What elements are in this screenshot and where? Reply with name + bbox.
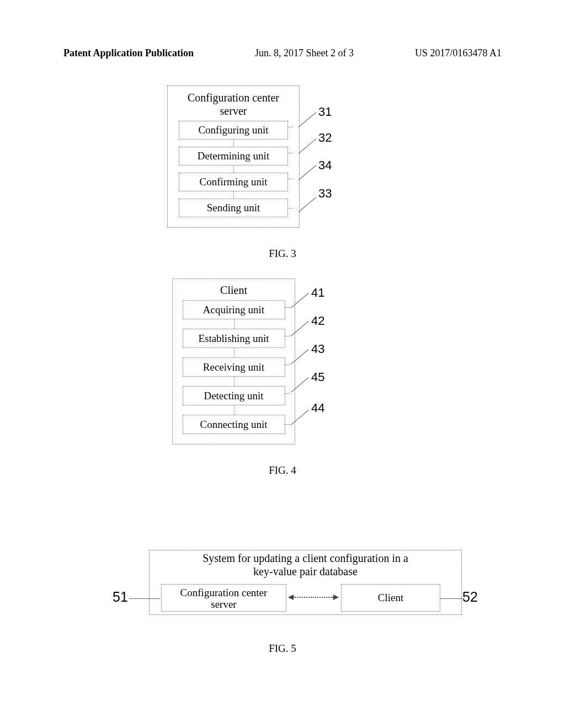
- publication-date-sheet: Jun. 8, 2017 Sheet 2 of 3: [255, 47, 354, 59]
- fig4-acquiring-unit-label: Acquiring unit: [203, 304, 264, 315]
- fig3-confirming-unit-label: Confirming unit: [200, 176, 268, 188]
- fig4-connecting-unit-label: Connecting unit: [200, 419, 268, 430]
- fig5-callout-51: 51: [113, 589, 128, 605]
- fig5-lead-52: [440, 598, 465, 599]
- fig3-lead-33-tick: [287, 208, 293, 208]
- fig4-lead-42-tick: [285, 336, 290, 336]
- fig3-flow-32-34: [168, 165, 299, 173]
- fig3-configuration-center-server-box: Configuration center server Configuring …: [167, 85, 300, 228]
- fig4-lead-43-tick: [285, 365, 290, 365]
- fig4-client-box: Client Acquiring unit Establishing unit …: [172, 279, 295, 445]
- fig3-lead-32-tick: [287, 153, 293, 153]
- fig5-server-label-line2: server: [211, 598, 236, 610]
- fig3-sending-unit-box: Sending unit: [179, 199, 288, 217]
- fig5-caption: FIG. 5: [0, 643, 565, 655]
- fig3-confirming-unit-box: Confirming unit: [179, 173, 288, 191]
- fig3-configuring-unit-label: Configuring unit: [198, 124, 268, 136]
- fig3-lead-31-tick: [287, 127, 293, 127]
- fig3-lead-32: [299, 138, 317, 154]
- fig3-outer-title-line1: Configuration center: [188, 92, 279, 104]
- fig3-callout-34: 34: [318, 158, 332, 173]
- fig3-lead-31: [299, 112, 317, 127]
- fig3-callout-31: 31: [318, 105, 332, 119]
- fig3-outer-title-line2: server: [220, 105, 247, 117]
- fig4-callout-41: 41: [311, 286, 324, 300]
- fig4-receiving-unit-box: Receiving unit: [183, 357, 285, 377]
- fig5-server-label-line1: Configuration center: [180, 587, 268, 598]
- fig4-callout-44: 44: [311, 401, 324, 415]
- flow-line-icon: [233, 165, 234, 173]
- fig3-determining-unit-label: Determining unit: [198, 150, 269, 162]
- fig4-connecting-unit-box: Connecting unit: [183, 415, 285, 434]
- figure-4: Client Acquiring unit Establishing unit …: [172, 279, 294, 443]
- fig3-lead-33: [299, 197, 317, 212]
- fig4-flow-42-43: [173, 348, 295, 357]
- fig3-outer-title: Configuration center server: [168, 86, 299, 121]
- publication-type: Patent Application Publication: [63, 47, 194, 59]
- flow-line-icon: [234, 377, 234, 386]
- fig5-configuration-center-server-box: Configuration center server: [161, 584, 286, 612]
- publication-number: US 2017/0163478 A1: [415, 47, 502, 59]
- fig3-callout-33: 33: [318, 186, 332, 201]
- page-header: Patent Application Publication Jun. 8, 2…: [63, 47, 502, 59]
- flow-line-icon: [234, 405, 234, 415]
- fig4-callout-42: 42: [311, 314, 324, 328]
- fig5-client-label: Client: [378, 592, 403, 603]
- fig3-lead-34: [299, 165, 317, 180]
- figure-5: System for updating a client configurati…: [79, 543, 486, 648]
- fig5-title: System for updating a client configurati…: [149, 552, 462, 578]
- fig4-flow-45-44: [173, 405, 295, 415]
- flow-line-icon: [233, 191, 234, 199]
- fig4-detecting-unit-label: Detecting unit: [204, 390, 263, 402]
- figure-3: Configuration center server Configuring …: [167, 85, 299, 227]
- fig3-lead-34-tick: [287, 179, 293, 179]
- fig3-flow-34-33: [168, 191, 299, 199]
- fig5-callout-52: 52: [462, 589, 478, 605]
- fig4-establishing-unit-label: Establishing unit: [198, 333, 269, 344]
- fig3-caption: FIG. 3: [0, 248, 565, 260]
- fig3-callout-32: 32: [318, 131, 332, 145]
- fig4-lead-41-tick: [285, 307, 290, 308]
- flow-line-icon: [234, 319, 234, 329]
- fig4-callout-43: 43: [311, 342, 324, 356]
- fig3-sending-unit-label: Sending unit: [207, 202, 260, 213]
- flow-line-icon: [233, 140, 234, 147]
- fig4-acquiring-unit-box: Acquiring unit: [183, 300, 285, 319]
- fig4-detecting-unit-box: Detecting unit: [183, 386, 285, 405]
- fig5-title-line1: System for updating a client configurati…: [202, 552, 408, 564]
- fig4-caption: FIG. 4: [0, 464, 565, 477]
- fig4-receiving-unit-label: Receiving unit: [203, 361, 264, 373]
- fig4-flow-43-45: [173, 377, 295, 386]
- fig5-lead-51: [129, 598, 160, 599]
- fig3-flow-31-32: [168, 140, 299, 147]
- fig5-client-box: Client: [341, 584, 440, 612]
- arrow-right-icon: [333, 595, 339, 600]
- fig4-lead-44-tick: [285, 424, 290, 425]
- page-root: Patent Application Publication Jun. 8, 2…: [0, 0, 565, 728]
- fig5-title-line2: key-value pair database: [253, 565, 358, 577]
- link-line-icon: [294, 597, 333, 598]
- fig4-lead-45-tick: [285, 393, 290, 394]
- fig3-configuring-unit-box: Configuring unit: [179, 121, 288, 140]
- fig4-outer-title: Client: [173, 279, 295, 300]
- fig3-determining-unit-box: Determining unit: [179, 147, 288, 165]
- fig4-callout-45: 45: [311, 370, 324, 384]
- fig4-establishing-unit-box: Establishing unit: [183, 329, 285, 348]
- arrow-left-icon: [288, 595, 294, 600]
- fig4-flow-41-42: [173, 319, 295, 329]
- flow-line-icon: [234, 348, 234, 357]
